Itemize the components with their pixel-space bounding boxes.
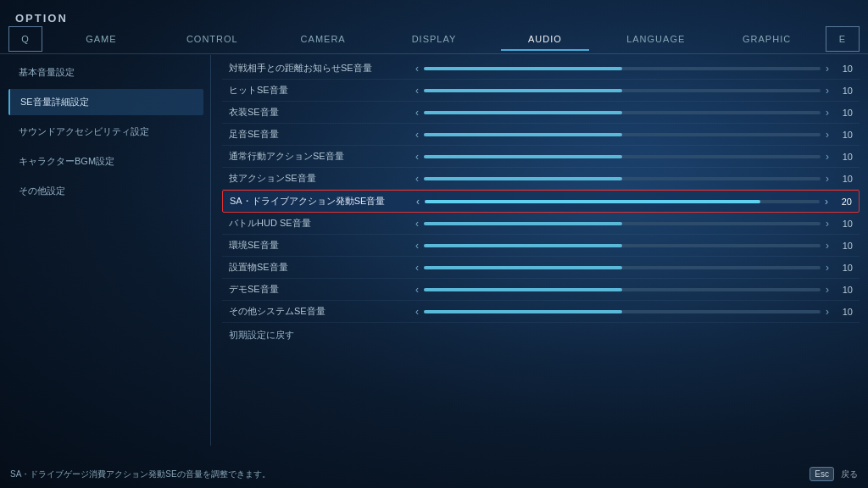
setting-value: 10 [829, 152, 853, 162]
setting-value: 10 [829, 174, 853, 184]
slider-track[interactable] [424, 310, 821, 313]
setting-row-skill-action-se[interactable]: 技アクションSE音量 ‹ › 10 [222, 168, 860, 190]
setting-value: 10 [829, 64, 853, 74]
arrow-left-icon[interactable]: ‹ [415, 262, 419, 274]
slider-track[interactable] [424, 111, 821, 114]
slider-container[interactable]: ‹ › [415, 129, 829, 141]
setting-label: 技アクションSE音量 [229, 172, 415, 185]
slider-container[interactable]: ‹ › [415, 151, 829, 163]
slider-track[interactable] [424, 222, 821, 225]
setting-label: ヒットSE音量 [229, 84, 415, 97]
bottom-bar: SA・ドライブゲージ消費アクション発動SEの音量を調整できます。 Esc 戻る [10, 467, 858, 481]
slider-container[interactable]: ‹ › [415, 284, 829, 296]
tab-e[interactable]: E [826, 26, 860, 52]
arrow-left-icon[interactable]: ‹ [415, 306, 419, 318]
setting-row-system-se[interactable]: その他システムSE音量 ‹ › 10 [222, 301, 860, 323]
setting-row-sa-drive-se[interactable]: SA・ドライブアクション発動SE音量 ‹ › 20 [222, 190, 860, 213]
slider-container[interactable]: ‹ › [415, 262, 829, 274]
sidebar-item-sound-accessibility[interactable]: サウンドアクセシビリティ設定 [8, 119, 203, 145]
setting-value: 10 [829, 263, 853, 273]
setting-row-installation-se[interactable]: 設置物SE音量 ‹ › 10 [222, 257, 860, 279]
slider-track[interactable] [424, 288, 821, 291]
arrow-left-icon[interactable]: ‹ [415, 151, 419, 163]
setting-value: 10 [829, 307, 853, 317]
slider-track[interactable] [425, 200, 820, 203]
reset-button[interactable]: 初期設定に戻す [222, 323, 860, 347]
setting-value: 10 [829, 86, 853, 96]
nav-tabs: Q GAME CONTROL CAMERA DISPLAY AUDIO LANG… [0, 24, 868, 54]
setting-value: 20 [828, 197, 852, 207]
slider-track[interactable] [424, 89, 821, 92]
setting-row-demo-se[interactable]: デモSE音量 ‹ › 10 [222, 279, 860, 301]
tab-game[interactable]: GAME [46, 27, 157, 51]
setting-value: 10 [829, 130, 853, 140]
slider-container[interactable]: ‹ › [415, 306, 829, 318]
sidebar-item-character-bgm[interactable]: キャラクターBGM設定 [8, 148, 203, 175]
setting-row-battle-hud-se[interactable]: バトルHUD SE音量 ‹ › 10 [222, 213, 860, 235]
tab-camera[interactable]: CAMERA [268, 27, 379, 51]
arrow-left-icon[interactable]: ‹ [415, 85, 419, 97]
setting-row-costume-se[interactable]: 衣装SE音量 ‹ › 10 [222, 102, 860, 124]
arrow-left-icon[interactable]: ‹ [415, 107, 419, 119]
slider-track[interactable] [424, 266, 821, 269]
slider-track[interactable] [424, 155, 821, 158]
setting-value: 10 [829, 219, 853, 229]
arrow-left-icon[interactable]: ‹ [415, 63, 419, 75]
setting-value: 10 [829, 241, 853, 251]
setting-label: デモSE音量 [229, 283, 415, 296]
setting-row-footstep-se[interactable]: 足音SE音量 ‹ › 10 [222, 124, 860, 146]
setting-label: 設置物SE音量 [229, 261, 415, 274]
setting-label: その他システムSE音量 [229, 305, 415, 318]
setting-label: 環境SE音量 [229, 239, 415, 252]
setting-row-environment-se[interactable]: 環境SE音量 ‹ › 10 [222, 235, 860, 257]
content-area: 対戦相手との距離お知らせSE音量 ‹ › 10 ヒットSE音量 ‹ › 10 衣… [222, 58, 860, 446]
page-title: OPTION [15, 12, 68, 25]
sidebar: 基本音量設定 SE音量詳細設定 サウンドアクセシビリティ設定 キャラクターBGM… [8, 59, 203, 204]
tab-graphic[interactable]: GRAPHIC [711, 27, 822, 51]
setting-row-battle-distance-se[interactable]: 対戦相手との距離お知らせSE音量 ‹ › 10 [222, 58, 860, 80]
arrow-left-icon[interactable]: ‹ [416, 196, 420, 208]
slider-track[interactable] [424, 177, 821, 180]
arrow-left-icon[interactable]: ‹ [415, 129, 419, 141]
setting-label: 衣装SE音量 [229, 106, 415, 119]
tab-q[interactable]: Q [8, 26, 42, 52]
slider-container[interactable]: ‹ › [415, 240, 829, 252]
setting-label: 足音SE音量 [229, 128, 415, 141]
slider-container[interactable]: ‹ › [415, 218, 829, 230]
setting-value: 10 [829, 108, 853, 118]
slider-container[interactable]: ‹ › [415, 63, 829, 75]
arrow-left-icon[interactable]: ‹ [415, 240, 419, 252]
slider-container[interactable]: ‹ › [415, 107, 829, 119]
arrow-left-icon[interactable]: ‹ [415, 173, 419, 185]
setting-label: バトルHUD SE音量 [229, 217, 415, 230]
slider-container[interactable]: ‹ › [415, 85, 829, 97]
arrow-left-icon[interactable]: ‹ [415, 284, 419, 296]
setting-row-normal-action-se[interactable]: 通常行動アクションSE音量 ‹ › 10 [222, 146, 860, 168]
setting-label: 対戦相手との距離お知らせSE音量 [229, 62, 415, 75]
sidebar-item-basic-audio[interactable]: 基本音量設定 [8, 59, 203, 86]
back-label: 戻る [841, 469, 858, 480]
slider-track[interactable] [424, 67, 821, 70]
tab-control[interactable]: CONTROL [157, 27, 268, 51]
slider-track[interactable] [424, 133, 821, 136]
arrow-left-icon[interactable]: ‹ [415, 218, 419, 230]
sidebar-item-other[interactable]: その他設定 [8, 178, 203, 204]
esc-key[interactable]: Esc [810, 467, 834, 481]
setting-row-hit-se[interactable]: ヒットSE音量 ‹ › 10 [222, 80, 860, 102]
tab-language[interactable]: LANGUAGE [600, 27, 711, 51]
bottom-description: SA・ドライブゲージ消費アクション発動SEの音量を調整できます。 [10, 469, 796, 480]
setting-label: 通常行動アクションSE音量 [229, 150, 415, 163]
tab-audio[interactable]: AUDIO [489, 27, 600, 51]
sidebar-item-se-detail[interactable]: SE音量詳細設定 [8, 89, 203, 115]
setting-label: SA・ドライブアクション発動SE音量 [230, 195, 416, 208]
slider-container[interactable]: ‹ › [416, 196, 828, 208]
vertical-divider [210, 55, 211, 446]
tab-display[interactable]: DISPLAY [379, 27, 490, 51]
bottom-controls: Esc 戻る [810, 467, 858, 481]
slider-container[interactable]: ‹ › [415, 173, 829, 185]
slider-track[interactable] [424, 244, 821, 247]
setting-value: 10 [829, 285, 853, 295]
